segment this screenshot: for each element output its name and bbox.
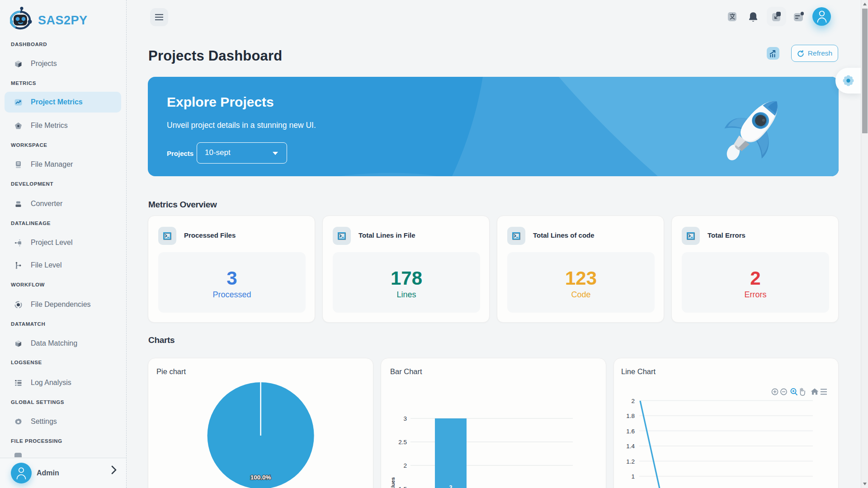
svg-text:1.4: 1.4 <box>626 443 635 450</box>
svg-text:3: 3 <box>449 484 453 488</box>
svg-text:2.5: 2.5 <box>398 439 407 446</box>
svg-text:3: 3 <box>403 415 407 422</box>
svg-text:1.5: 1.5 <box>398 486 407 488</box>
svg-text:2: 2 <box>403 462 407 469</box>
svg-text:1: 1 <box>631 473 635 480</box>
svg-text:1.6: 1.6 <box>626 428 635 435</box>
svg-text:SAS2PY: SAS2PY <box>38 14 88 27</box>
svg-text:values: values <box>390 477 396 488</box>
svg-text:1.8: 1.8 <box>626 413 635 419</box>
svg-text:1.2: 1.2 <box>626 458 635 465</box>
svg-text:100.0%: 100.0% <box>250 474 271 481</box>
svg-text:2: 2 <box>631 398 635 404</box>
